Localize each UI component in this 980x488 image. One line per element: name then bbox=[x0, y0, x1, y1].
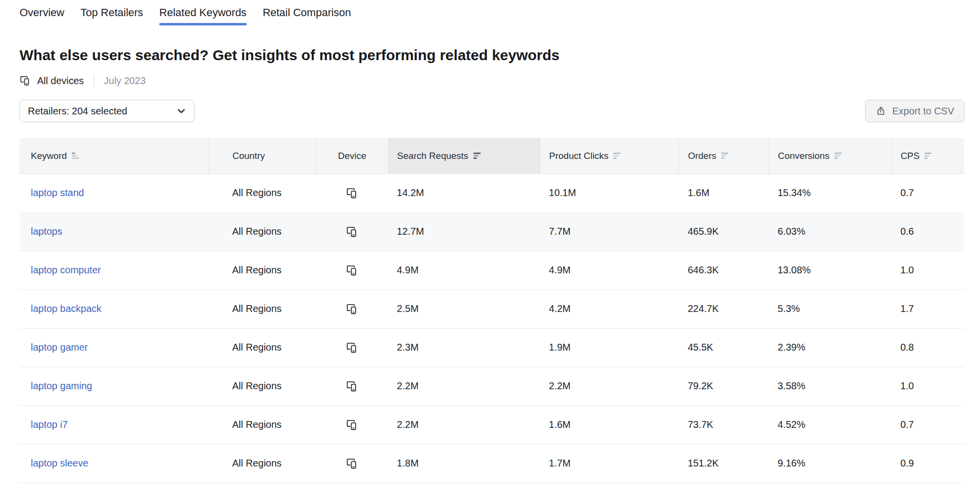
sort-desc-icon bbox=[473, 153, 481, 159]
cps-cell: 1.0 bbox=[892, 367, 964, 405]
column-label: Conversions bbox=[778, 151, 830, 161]
column-label: CPS bbox=[900, 151, 919, 161]
column-header-orders[interactable]: Orders bbox=[679, 138, 769, 174]
orders-cell: 646.3K bbox=[679, 251, 769, 289]
tab-top-retailers[interactable]: Top Retailers bbox=[81, 6, 143, 25]
related-keywords-table: KeywordCountryDeviceSearch RequestsProdu… bbox=[20, 138, 964, 483]
sort-asc-icon bbox=[72, 153, 79, 159]
table-row: laptop sleeveAll Regions 1.8M1.7M151.2K9… bbox=[20, 444, 964, 483]
keyword-link[interactable]: laptop computer bbox=[31, 265, 101, 275]
orders-cell: 1.6M bbox=[679, 174, 769, 212]
export-csv-button[interactable]: Export to CSV bbox=[865, 100, 964, 122]
keyword-link[interactable]: laptop stand bbox=[31, 187, 84, 198]
conversions-cell: 4.52% bbox=[769, 405, 892, 444]
column-header-cps[interactable]: CPS bbox=[892, 138, 964, 174]
all-devices-icon bbox=[346, 225, 359, 238]
device-cell bbox=[316, 328, 388, 367]
orders-cell: 224.7K bbox=[679, 289, 769, 328]
column-header-conversions[interactable]: Conversions bbox=[769, 138, 892, 174]
column-header-search-requests[interactable]: Search Requests bbox=[388, 138, 540, 174]
cps-cell: 0.7 bbox=[892, 405, 964, 444]
device-cell bbox=[316, 444, 388, 483]
country-cell: All Regions bbox=[209, 405, 316, 444]
cps-cell: 0.6 bbox=[892, 212, 964, 251]
period-label: July 2023 bbox=[104, 75, 146, 87]
sort-desc-icon bbox=[721, 153, 728, 159]
sort-desc-icon bbox=[924, 153, 932, 159]
device-cell bbox=[316, 251, 388, 289]
table-row: laptop gamerAll Regions 2.3M1.9M45.5K2.3… bbox=[20, 328, 964, 367]
device-cell bbox=[316, 367, 388, 405]
retailers-dropdown[interactable]: Retailers: 204 selected bbox=[20, 100, 194, 122]
device-cell bbox=[316, 212, 388, 251]
column-label: Orders bbox=[688, 151, 716, 161]
device-cell bbox=[316, 405, 388, 444]
table-header: KeywordCountryDeviceSearch RequestsProdu… bbox=[20, 138, 964, 174]
keyword-cell: laptop stand bbox=[20, 174, 209, 212]
column-label: Keyword bbox=[31, 151, 67, 161]
search-requests-cell: 4.9M bbox=[388, 251, 540, 289]
column-label: Country bbox=[233, 151, 265, 161]
keyword-link[interactable]: laptop gaming bbox=[31, 380, 92, 391]
keyword-link[interactable]: laptop sleeve bbox=[31, 458, 88, 468]
column-label: Product Clicks bbox=[549, 151, 608, 161]
keyword-link[interactable]: laptops bbox=[31, 226, 63, 237]
orders-cell: 79.2K bbox=[679, 367, 769, 405]
tab-related-keywords[interactable]: Related Keywords bbox=[159, 6, 247, 25]
keyword-link[interactable]: laptop gamer bbox=[31, 342, 88, 353]
cps-cell: 0.7 bbox=[892, 174, 964, 212]
orders-cell: 73.7K bbox=[679, 405, 769, 444]
country-cell: All Regions bbox=[209, 251, 316, 289]
all-devices-icon bbox=[346, 341, 359, 354]
country-cell: All Regions bbox=[209, 212, 316, 251]
product-clicks-cell: 7.7M bbox=[540, 212, 679, 251]
column-header-device[interactable]: Device bbox=[316, 138, 388, 174]
search-requests-cell: 1.8M bbox=[388, 444, 540, 483]
conversions-cell: 5.3% bbox=[769, 289, 892, 328]
keyword-cell: laptop i7 bbox=[20, 405, 209, 444]
table-row: laptop backpackAll Regions 2.5M4.2M224.7… bbox=[20, 289, 964, 328]
column-header-country[interactable]: Country bbox=[209, 138, 316, 174]
keyword-cell: laptops bbox=[20, 212, 209, 251]
all-devices-icon bbox=[20, 75, 31, 87]
product-clicks-cell: 4.9M bbox=[540, 251, 679, 289]
search-requests-cell: 14.2M bbox=[388, 174, 540, 212]
country-cell: All Regions bbox=[209, 367, 316, 405]
chevron-down-icon bbox=[175, 105, 187, 117]
product-clicks-cell: 1.9M bbox=[540, 328, 679, 367]
conversions-cell: 15.34% bbox=[769, 174, 892, 212]
table-row: laptopsAll Regions 12.7M7.7M465.9K6.03%0… bbox=[20, 212, 964, 251]
tab-overview[interactable]: Overview bbox=[20, 6, 64, 25]
device-cell bbox=[316, 174, 388, 212]
conversions-cell: 2.39% bbox=[769, 328, 892, 367]
all-devices-icon bbox=[346, 457, 359, 470]
product-clicks-cell: 1.7M bbox=[540, 444, 679, 483]
all-devices-icon bbox=[346, 380, 359, 393]
export-icon bbox=[875, 106, 886, 116]
conversions-cell: 13.08% bbox=[769, 251, 892, 289]
tab-retail-comparison[interactable]: Retail Comparison bbox=[263, 6, 351, 25]
table-row: laptop i7All Regions 2.2M1.6M73.7K4.52%0… bbox=[20, 405, 964, 444]
cps-cell: 1.7 bbox=[892, 289, 964, 328]
search-requests-cell: 12.7M bbox=[388, 212, 540, 251]
orders-cell: 151.2K bbox=[679, 444, 769, 483]
product-clicks-cell: 4.2M bbox=[540, 289, 679, 328]
cps-cell: 0.9 bbox=[892, 444, 964, 483]
search-requests-cell: 2.2M bbox=[388, 405, 540, 444]
keyword-cell: laptop backpack bbox=[20, 289, 209, 328]
column-header-keyword[interactable]: Keyword bbox=[20, 138, 209, 174]
column-header-product-clicks[interactable]: Product Clicks bbox=[540, 138, 679, 174]
all-devices-icon bbox=[346, 303, 359, 315]
keyword-link[interactable]: laptop backpack bbox=[31, 303, 102, 314]
table-row: laptop computerAll Regions 4.9M4.9M646.3… bbox=[20, 251, 964, 289]
orders-cell: 45.5K bbox=[679, 328, 769, 367]
sort-desc-icon bbox=[613, 153, 620, 159]
keyword-link[interactable]: laptop i7 bbox=[31, 419, 68, 430]
device-cell bbox=[316, 289, 388, 328]
column-label: Search Requests bbox=[397, 151, 469, 161]
search-requests-cell: 2.3M bbox=[388, 328, 540, 367]
tab-bar: Overview Top Retailers Related Keywords … bbox=[20, 0, 964, 25]
cps-cell: 0.8 bbox=[892, 328, 964, 367]
keyword-cell: laptop computer bbox=[20, 251, 209, 289]
all-devices-icon bbox=[346, 187, 359, 200]
